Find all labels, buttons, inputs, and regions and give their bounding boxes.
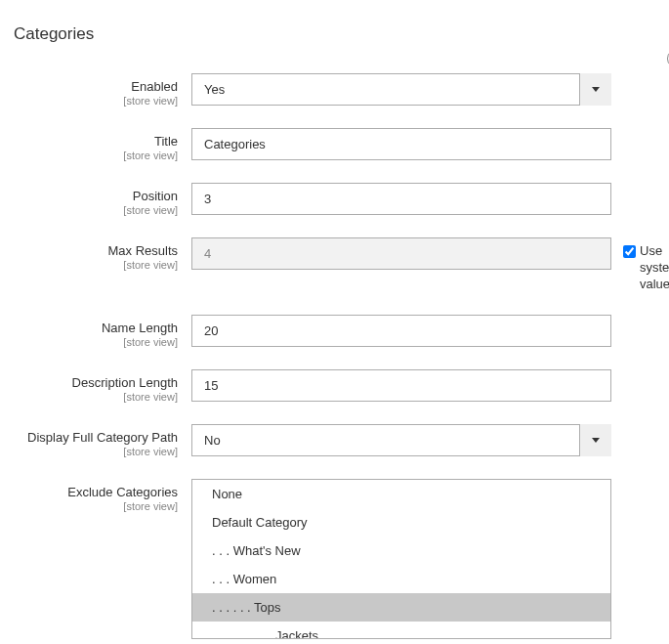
label-description-length: Description Length (10, 375, 178, 390)
field-row-enabled: Enabled [store view] Yes (10, 73, 669, 107)
multiselect-option[interactable]: . . . Women (192, 565, 610, 593)
scope-title: [store view] (10, 150, 178, 161)
field-row-title: Title [store view] (10, 128, 669, 161)
multiselect-option[interactable]: Default Category (192, 508, 610, 537)
field-row-display-full-path: Display Full Category Path [store view] … (10, 424, 669, 457)
enabled-select[interactable]: Yes (191, 73, 611, 106)
max-results-input (191, 237, 611, 270)
name-length-input[interactable] (191, 315, 611, 347)
multiselect-option[interactable]: None (192, 480, 610, 508)
field-row-position: Position [store view] (10, 183, 669, 216)
exclude-categories-multiselect[interactable]: NoneDefault Category. . . What's New. . … (191, 479, 611, 639)
help-icon[interactable]: ? (659, 49, 669, 68)
section-title: Categories (10, 24, 669, 44)
label-exclude-categories: Exclude Categories (10, 485, 178, 499)
scope-display-full-path: [store view] (10, 446, 178, 457)
title-input[interactable] (191, 128, 611, 160)
label-name-length: Name Length (10, 321, 178, 335)
multiselect-option[interactable]: . . . . . . Tops (192, 593, 610, 622)
field-row-max-results: Max Results [store view] Use system valu… (10, 237, 669, 293)
field-row-exclude-categories: Exclude Categories [store view] NoneDefa… (10, 479, 669, 644)
scope-max-results: [store view] (10, 259, 178, 271)
use-system-value-checkbox[interactable] (623, 245, 636, 258)
scope-name-length: [store view] (10, 336, 178, 348)
position-input[interactable] (191, 183, 611, 215)
description-length-input[interactable] (191, 369, 611, 402)
display-full-path-select[interactable]: No (191, 424, 611, 456)
label-max-results: Max Results (10, 243, 178, 258)
scope-description-length: [store view] (10, 391, 178, 403)
multiselect-option[interactable]: . . . . . . . . . Jackets (192, 622, 610, 639)
label-title: Title (10, 134, 178, 149)
scope-enabled: [store view] (10, 95, 178, 107)
scope-position: [store view] (10, 204, 178, 216)
field-row-name-length: Name Length [store view] (10, 315, 669, 348)
scope-exclude-categories: [store view] (10, 500, 178, 512)
multiselect-option[interactable]: . . . What's New (192, 537, 610, 565)
field-row-description-length: Description Length [store view] (10, 369, 669, 403)
label-display-full-path: Display Full Category Path (10, 430, 178, 445)
use-system-value-label[interactable]: Use system value (623, 243, 669, 293)
label-position: Position (10, 189, 178, 203)
label-enabled: Enabled (10, 79, 178, 94)
